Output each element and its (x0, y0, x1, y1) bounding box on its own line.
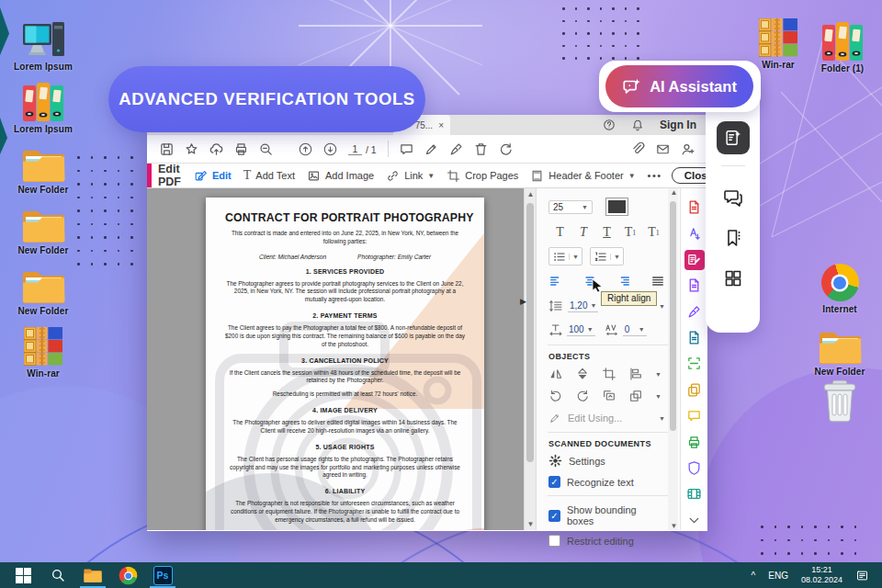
upload-icon[interactable] (204, 138, 229, 160)
underline-icon[interactable]: T (595, 225, 618, 240)
kerning-icon[interactable] (605, 322, 619, 337)
client-name[interactable]: Client: Michael Anderson (259, 254, 326, 260)
more-options-button[interactable]: ••• (648, 170, 662, 181)
taskbar-photoshop-icon[interactable]: Ps (145, 562, 180, 588)
rotate-icon[interactable] (493, 138, 518, 160)
align-objects-icon[interactable] (628, 367, 643, 381)
edit-tool-add-text[interactable]: TAdd Text (243, 168, 295, 183)
document-title[interactable]: CONTRACT FOR PORTRAIT PHOTOGRAPHY (225, 211, 465, 224)
flip-horizontal-icon[interactable] (548, 367, 563, 381)
taskbar-explorer-icon[interactable] (75, 562, 110, 588)
edit-using-dropdown[interactable]: ▼ (659, 415, 665, 422)
sign-in-button[interactable]: Sign In (660, 119, 696, 131)
rich-media-icon[interactable] (684, 484, 705, 504)
document-paragraph[interactable]: This contract is made and entered into o… (225, 230, 465, 246)
flip-vertical-icon[interactable] (575, 367, 590, 381)
line-spacing-value[interactable]: 1,20▼ (568, 300, 598, 312)
taskbar-start-icon[interactable] (6, 562, 40, 588)
italic-icon[interactable]: T (572, 225, 595, 240)
kerning-value[interactable]: 0▼ (623, 324, 647, 336)
section-paragraph[interactable]: The Client has personal usage rights to … (225, 456, 465, 480)
desktop-icon-trash[interactable] (798, 380, 881, 423)
edit-tool-edit[interactable]: Edit (194, 169, 232, 183)
edit-tool-link[interactable]: Link▼ (386, 169, 435, 183)
align-left-icon[interactable] (548, 274, 563, 288)
language-indicator[interactable]: ENG (768, 571, 788, 581)
attach-icon[interactable] (626, 138, 650, 160)
document-scrollbar[interactable]: ▲ ▼ (524, 188, 536, 530)
replace-image-icon[interactable] (602, 389, 616, 403)
checkbox-recognize-text[interactable]: ✓Recognize text (548, 476, 665, 488)
desktop-icon-new-folder[interactable]: New Folder (2, 261, 85, 316)
section-paragraph[interactable]: If the Client cancels the session within… (225, 369, 465, 386)
checkbox-restrict-editing[interactable]: Restrict editing (548, 535, 665, 547)
checkbox-show-bounding-boxes[interactable]: ✓Show bounding boxes (548, 504, 665, 526)
section-heading[interactable]: 3. CANCELLATION POLICY (225, 357, 465, 364)
arrange-dropdown[interactable]: ▼ (655, 393, 662, 400)
photographer-name[interactable]: Photographer: Emily Carter (357, 254, 431, 260)
chat-icon[interactable] (722, 187, 744, 209)
comment-icon[interactable] (394, 138, 419, 160)
document-viewport[interactable]: CONTRACT FOR PORTRAIT PHOTOGRAPHY This c… (147, 188, 536, 530)
paragraph-spacing-dropdown[interactable]: ▼ (659, 303, 665, 310)
edit-pdf-icon[interactable] (684, 250, 705, 270)
rotate-cw-icon[interactable] (575, 389, 590, 403)
subscript-icon[interactable]: T1 (642, 225, 665, 240)
sign-icon[interactable] (444, 138, 469, 160)
grid-icon[interactable] (722, 267, 744, 289)
export-pdf-icon[interactable] (684, 198, 705, 218)
desktop-icon-lorem-ipsum[interactable]: Lorem Ipsum (2, 79, 85, 134)
bullet-list-dropdown[interactable]: ▼ (569, 254, 582, 260)
desktop-icon-new-folder[interactable]: New Folder (2, 140, 85, 195)
trash-icon[interactable] (469, 138, 493, 160)
zoom-icon[interactable] (254, 138, 278, 160)
print-icon[interactable] (229, 138, 254, 160)
nav-down-icon[interactable] (318, 138, 343, 160)
section-heading[interactable]: 5. USAGE RIGHTS (225, 444, 465, 450)
crop-object-icon[interactable] (602, 367, 616, 381)
organize-pages-icon[interactable] (684, 379, 705, 400)
panel-collapse-arrow[interactable]: ▶ (520, 297, 526, 306)
align-justify-icon[interactable] (650, 274, 665, 288)
h-scale-icon[interactable] (548, 322, 563, 337)
nav-up-icon[interactable] (293, 138, 318, 160)
font-size-select[interactable]: 25▼ (548, 200, 593, 214)
edit-tool-crop-pages[interactable]: Crop Pages (447, 169, 518, 183)
section-heading[interactable]: 6. LIABILITY (225, 488, 465, 494)
save-icon[interactable] (154, 138, 179, 160)
superscript-icon[interactable]: T1 (619, 225, 642, 240)
ai-assistant-icon[interactable] (717, 121, 750, 154)
numbered-list-dropdown[interactable]: ▼ (610, 254, 623, 260)
desktop-icon-win-rar[interactable]: Win-rar (2, 323, 85, 379)
font-color-swatch[interactable] (605, 198, 628, 216)
tray-expand-button[interactable]: ^ (752, 571, 756, 581)
clock[interactable]: 15:21 08.02.2024 (801, 565, 842, 586)
more-tools-icon[interactable] (684, 510, 705, 530)
taskbar-chrome-icon[interactable] (110, 562, 145, 588)
comment-tool-icon[interactable] (684, 406, 705, 426)
edit-using-button[interactable]: Edit Using... (568, 413, 622, 424)
mail-icon[interactable] (650, 138, 675, 160)
section-paragraph[interactable]: The Photographer is not responsible for … (225, 500, 465, 524)
person-add-icon[interactable] (675, 138, 700, 160)
panel-scrollbar[interactable]: ▲▼ (668, 188, 678, 530)
section-paragraph[interactable]: The Client agrees to pay the Photographe… (225, 324, 465, 348)
rotate-ccw-icon[interactable] (548, 389, 563, 403)
section-heading[interactable]: 1. SERVICES PROVIDED (225, 268, 465, 275)
export-icon[interactable] (684, 328, 705, 348)
horizontal-scale-value[interactable]: 100▼ (567, 324, 595, 336)
settings-button[interactable]: Settings (569, 456, 605, 467)
bullet-list-icon[interactable] (549, 250, 569, 264)
notification-icon[interactable] (855, 569, 869, 582)
ai-assistant-button[interactable]: AI Assistant (605, 65, 753, 107)
print-production-icon[interactable] (684, 432, 705, 452)
fill-sign-icon[interactable] (684, 301, 705, 322)
protect-icon[interactable] (684, 458, 705, 478)
desktop-icon-internet[interactable]: Internet (798, 259, 881, 314)
create-pdf-icon[interactable] (684, 223, 705, 243)
edit-tool-header-footer[interactable]: Header & Footer▼ (530, 169, 635, 183)
edit-tool-add-image[interactable]: Add Image (307, 169, 374, 183)
pdf-page[interactable]: CONTRACT FOR PORTRAIT PHOTOGRAPHY This c… (206, 198, 484, 530)
section-heading[interactable]: 4. IMAGE DELIVERY (225, 407, 465, 413)
numbered-list-icon[interactable] (591, 250, 610, 264)
